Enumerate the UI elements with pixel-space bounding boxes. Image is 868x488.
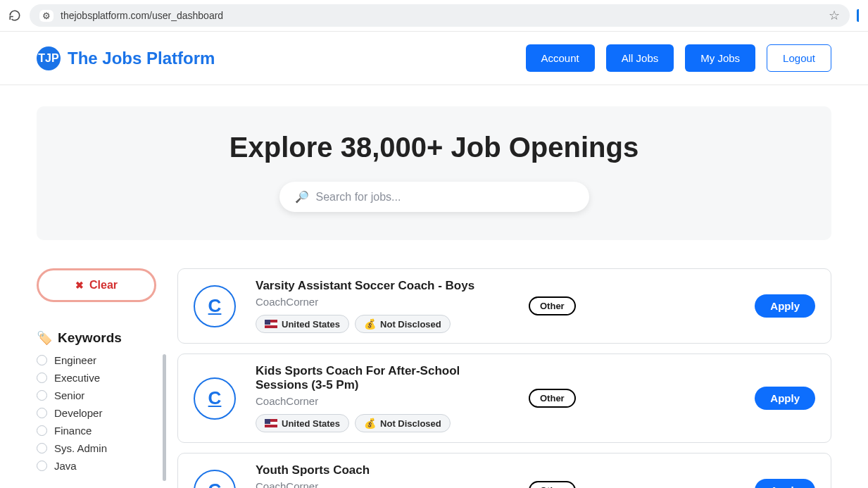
job-tags: United States💰Not Disclosed	[256, 315, 509, 333]
keyword-label: Sys. Admin	[54, 442, 107, 454]
location-label: United States	[282, 319, 340, 330]
keyword-label: Developer	[54, 407, 102, 419]
scrollbar[interactable]	[163, 354, 166, 481]
company-logo[interactable]: C	[194, 470, 236, 489]
apply-button[interactable]: Apply	[755, 479, 815, 488]
nav-account[interactable]: Account	[526, 44, 595, 72]
job-info: Kids Sports Coach For After-School Sessi…	[256, 364, 509, 432]
brand[interactable]: TJP The Jobs Platform	[37, 46, 215, 70]
keyword-option[interactable]: Finance	[37, 425, 156, 437]
tag-icon: 🏷️	[37, 330, 52, 346]
radio-icon[interactable]	[37, 355, 47, 365]
hero-section: Explore 38,000+ Job Openings 🔎	[0, 85, 868, 240]
moneybag-icon: 💰	[364, 318, 376, 330]
radio-icon[interactable]	[37, 461, 47, 471]
search-input[interactable]	[316, 191, 574, 204]
radio-icon[interactable]	[37, 408, 47, 418]
apply-button[interactable]: Apply	[755, 294, 815, 318]
job-tags: United States💰Not Disclosed	[256, 414, 509, 432]
search-box[interactable]: 🔎	[279, 182, 589, 212]
main-content: ✖ Clear 🏷️ Keywords EngineerExecutiveSen…	[0, 240, 868, 488]
salary-tag: 💰Not Disclosed	[355, 414, 451, 432]
job-info: Youth Sports CoachCoachCornerUnited Stat…	[256, 463, 509, 488]
job-card: CKids Sports Coach For After-School Sess…	[177, 354, 831, 443]
job-card: CYouth Sports CoachCoachCornerUnited Sta…	[177, 453, 831, 488]
clear-filters-button[interactable]: ✖ Clear	[37, 268, 156, 302]
keyword-option[interactable]: Java	[37, 460, 156, 472]
header-nav: Account All Jobs My Jobs Logout	[526, 44, 831, 72]
radio-icon[interactable]	[37, 425, 47, 436]
reload-icon[interactable]	[7, 8, 23, 23]
brand-name: The Jobs Platform	[68, 49, 215, 68]
moneybag-icon: 💰	[364, 418, 376, 429]
flag-icon	[265, 419, 277, 427]
job-card: CVarsity Assistant Soccer Coach - BoysCo…	[177, 268, 831, 344]
category-badge: Other	[529, 296, 576, 315]
app-header: TJP The Jobs Platform Account All Jobs M…	[0, 32, 868, 85]
location-label: United States	[282, 418, 340, 429]
job-company: CoachCorner	[256, 480, 509, 488]
nav-all-jobs[interactable]: All Jobs	[606, 44, 674, 72]
search-icon: 🔎	[295, 190, 309, 204]
keywords-heading: 🏷️ Keywords	[37, 330, 156, 346]
close-icon: ✖	[75, 280, 84, 291]
keyword-option[interactable]: Sys. Admin	[37, 442, 156, 454]
location-tag: United States	[256, 315, 349, 333]
keyword-label: Executive	[54, 372, 100, 384]
hero-title: Explore 38,000+ Job Openings	[51, 132, 817, 163]
clear-label: Clear	[89, 279, 118, 292]
keyword-label: Engineer	[54, 354, 96, 366]
salary-label: Not Disclosed	[380, 418, 441, 429]
profile-indicator[interactable]	[857, 9, 861, 22]
job-info: Varsity Assistant Soccer Coach - BoysCoa…	[256, 279, 509, 333]
job-title[interactable]: Kids Sports Coach For After-School Sessi…	[256, 364, 509, 392]
job-company: CoachCorner	[256, 395, 509, 407]
nav-my-jobs[interactable]: My Jobs	[685, 44, 755, 72]
category-badge: Other	[529, 481, 576, 488]
site-info-icon[interactable]: ⚙	[39, 10, 54, 22]
job-title[interactable]: Youth Sports Coach	[256, 463, 509, 477]
location-tag: United States	[256, 414, 349, 432]
keyword-option[interactable]: Engineer	[37, 354, 156, 366]
company-logo[interactable]: C	[194, 285, 236, 327]
radio-icon[interactable]	[37, 373, 47, 383]
company-logo[interactable]: C	[194, 377, 236, 420]
keyword-option[interactable]: Senior	[37, 389, 156, 401]
brand-logo-icon: TJP	[37, 46, 61, 70]
keyword-label: Java	[54, 460, 77, 472]
keyword-option[interactable]: Executive	[37, 372, 156, 384]
keyword-label: Finance	[54, 425, 92, 437]
job-company: CoachCorner	[256, 296, 509, 308]
nav-logout[interactable]: Logout	[767, 44, 831, 72]
job-list: CVarsity Assistant Soccer Coach - BoysCo…	[177, 268, 831, 488]
keyword-list: EngineerExecutiveSeniorDeveloperFinanceS…	[37, 354, 156, 472]
url-text: thejobsplatform.com/user_dashboard	[61, 10, 822, 21]
salary-label: Not Disclosed	[380, 319, 441, 330]
keyword-option[interactable]: Developer	[37, 407, 156, 419]
radio-icon[interactable]	[37, 443, 47, 453]
keyword-label: Senior	[54, 389, 84, 401]
category-badge: Other	[529, 389, 576, 408]
bookmark-star-icon[interactable]: ☆	[829, 8, 840, 23]
job-title[interactable]: Varsity Assistant Soccer Coach - Boys	[256, 279, 509, 293]
salary-tag: 💰Not Disclosed	[355, 315, 451, 333]
filter-sidebar: ✖ Clear 🏷️ Keywords EngineerExecutiveSen…	[37, 268, 156, 488]
apply-button[interactable]: Apply	[755, 387, 815, 410]
browser-toolbar: ⚙ thejobsplatform.com/user_dashboard ☆	[0, 0, 868, 31]
url-bar[interactable]: ⚙ thejobsplatform.com/user_dashboard ☆	[30, 4, 850, 27]
flag-icon	[265, 320, 277, 328]
radio-icon[interactable]	[37, 390, 47, 401]
